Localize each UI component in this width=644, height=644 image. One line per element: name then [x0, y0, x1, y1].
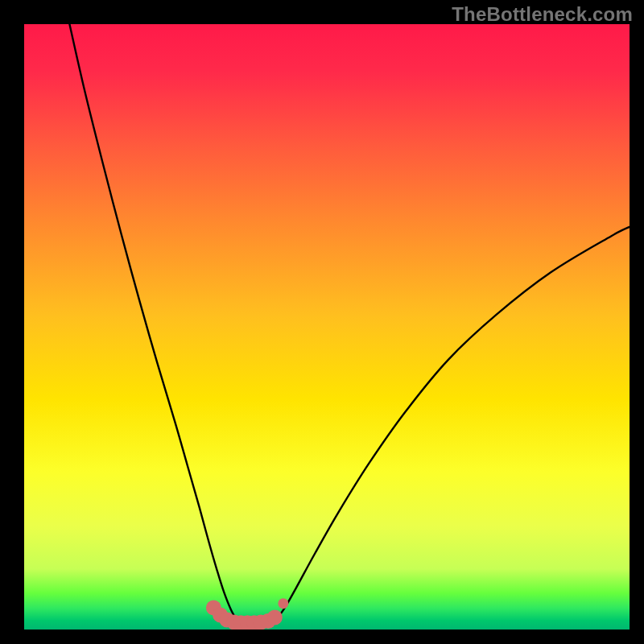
watermark-text: TheBottleneck.com [452, 3, 633, 26]
plot-area [24, 24, 630, 630]
marker-dot [267, 609, 283, 625]
plot-svg [24, 24, 630, 630]
chart-frame: TheBottleneck.com [0, 0, 644, 644]
gradient-background [24, 24, 630, 630]
marker-dot [278, 598, 288, 609]
